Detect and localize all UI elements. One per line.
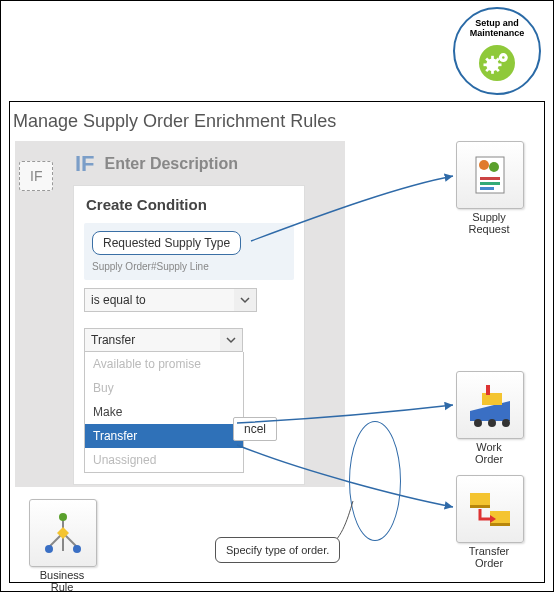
callout-specify-type: Specify type of order.	[215, 537, 340, 563]
connector-arrows	[1, 1, 554, 592]
